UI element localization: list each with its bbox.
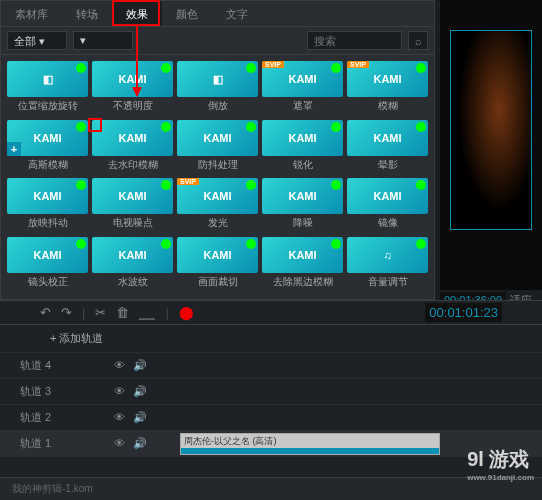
effect-thumb: KAMI+ (7, 120, 88, 156)
category-dropdown-2[interactable]: ▾ (73, 31, 133, 50)
status-dot (246, 180, 256, 190)
timeline-track[interactable]: 轨道 1👁🔊周杰伦-以父之名 (高清) (0, 431, 542, 457)
svip-badge: SVIP (262, 61, 284, 68)
effect-label: 去除黑边模糊 (262, 275, 343, 289)
search-button[interactable]: ⌕ (408, 31, 428, 50)
status-dot (161, 239, 171, 249)
effect-thumb: KAMI (262, 178, 343, 214)
slider-icon[interactable]: ⎯⎯ (139, 305, 155, 320)
effect-item[interactable]: KAMI锐化 (262, 120, 343, 175)
effect-thumb: KAMI (262, 120, 343, 156)
effect-label: 电视噪点 (92, 216, 173, 230)
effect-thumb: KAMI (7, 237, 88, 273)
status-dot (76, 63, 86, 73)
effect-thumb: KAMI (92, 120, 173, 156)
timeline-track[interactable]: 轨道 2👁🔊 (0, 405, 542, 431)
tab-transition[interactable]: 转场 (62, 1, 112, 26)
tab-color[interactable]: 颜色 (162, 1, 212, 26)
redo-icon[interactable]: ↷ (61, 305, 72, 320)
tab-library[interactable]: 素材库 (1, 1, 62, 26)
effect-item[interactable]: KAMI+高斯模糊 (7, 120, 88, 175)
tab-text[interactable]: 文字 (212, 1, 262, 26)
timecode-2: 00:01:01:23 (425, 303, 502, 322)
eye-icon[interactable]: 👁 (114, 359, 125, 372)
effect-item[interactable]: KAMI画面裁切 (177, 237, 258, 292)
effect-label: 遮罩 (262, 99, 343, 113)
effect-label: 高斯模糊 (7, 158, 88, 172)
speaker-icon[interactable]: 🔊 (133, 411, 147, 424)
effect-thumb: KAMI (347, 120, 428, 156)
status-dot (76, 239, 86, 249)
effect-thumb: ◧ (7, 61, 88, 97)
status-dot (161, 63, 171, 73)
project-filename: 我的神剪辑-1.kom (0, 477, 542, 500)
marker-icon[interactable]: ⬤ (179, 305, 194, 320)
effect-thumb: SVIPKAMI (347, 61, 428, 97)
timeline-track[interactable]: 轨道 3👁🔊 (0, 379, 542, 405)
status-dot (416, 63, 426, 73)
timeline-track[interactable]: 轨道 4👁🔊 (0, 353, 542, 379)
effect-item[interactable]: KAMI降噪 (262, 178, 343, 233)
effect-item[interactable]: KAMI去除黑边模糊 (262, 237, 343, 292)
eye-icon[interactable]: 👁 (114, 437, 125, 450)
track-name: 轨道 2 (0, 410, 80, 425)
effect-label: 水波纹 (92, 275, 173, 289)
track-lane[interactable] (180, 353, 542, 378)
effect-item[interactable]: ◧倒放 (177, 61, 258, 116)
status-dot (246, 63, 256, 73)
effect-item[interactable]: SVIPKAMI发光 (177, 178, 258, 233)
speaker-icon[interactable]: 🔊 (133, 359, 147, 372)
effect-thumb: KAMI (347, 178, 428, 214)
trash-icon[interactable]: 🗑 (116, 305, 129, 320)
effect-label: 锐化 (262, 158, 343, 172)
svip-badge: SVIP (177, 178, 199, 185)
undo-icon[interactable]: ↶ (40, 305, 51, 320)
effect-thumb: ◧ (177, 61, 258, 97)
status-dot (416, 239, 426, 249)
status-dot (161, 122, 171, 132)
effect-item[interactable]: SVIPKAMI遮罩 (262, 61, 343, 116)
effect-item[interactable]: KAMI镜头校正 (7, 237, 88, 292)
status-dot (246, 239, 256, 249)
effect-thumb: KAMI (262, 237, 343, 273)
timeline: ↶ ↷ | ✂ 🗑 ⎯⎯ | ⬤ 00:01:01:23 + 添加轨道 轨道 4… (0, 300, 542, 500)
add-icon[interactable]: + (7, 142, 21, 156)
effect-thumb: KAMI (92, 178, 173, 214)
status-dot (331, 239, 341, 249)
status-dot (416, 122, 426, 132)
annotation-box-tab (112, 0, 160, 26)
effect-item[interactable]: ◧位置缩放旋转 (7, 61, 88, 116)
annotation-box-plus (88, 118, 102, 132)
effect-thumb: ♫ (347, 237, 428, 273)
effect-item[interactable]: KAMI水波纹 (92, 237, 173, 292)
annotation-arrow (136, 26, 138, 96)
status-dot (416, 180, 426, 190)
effect-label: 发光 (177, 216, 258, 230)
effect-label: 模糊 (347, 99, 428, 113)
effect-item[interactable]: KAMI放映抖动 (7, 178, 88, 233)
effect-item[interactable]: ♫音量调节 (347, 237, 428, 292)
track-name: 轨道 3 (0, 384, 80, 399)
effect-item[interactable]: KAMI防抖处理 (177, 120, 258, 175)
search-input[interactable] (307, 31, 402, 50)
effect-item[interactable]: KAMI晕影 (347, 120, 428, 175)
timeline-clip[interactable]: 周杰伦-以父之名 (高清) (180, 433, 440, 455)
eye-icon[interactable]: 👁 (114, 385, 125, 398)
speaker-icon[interactable]: 🔊 (133, 385, 147, 398)
effect-thumb: KAMI (7, 178, 88, 214)
track-lane[interactable] (180, 405, 542, 430)
status-dot (161, 180, 171, 190)
effect-item[interactable]: KAMI镜像 (347, 178, 428, 233)
effect-label: 晕影 (347, 158, 428, 172)
eye-icon[interactable]: 👁 (114, 411, 125, 424)
effect-item[interactable]: SVIPKAMI模糊 (347, 61, 428, 116)
effect-thumb: SVIPKAMI (177, 178, 258, 214)
effect-item[interactable]: KAMI去水印模糊 (92, 120, 173, 175)
speaker-icon[interactable]: 🔊 (133, 437, 147, 450)
cut-icon[interactable]: ✂ (95, 305, 106, 320)
effect-label: 镜像 (347, 216, 428, 230)
add-track-button[interactable]: + 添加轨道 (0, 325, 542, 353)
category-dropdown[interactable]: 全部 ▾ (7, 31, 67, 50)
track-lane[interactable] (180, 379, 542, 404)
effect-item[interactable]: KAMI电视噪点 (92, 178, 173, 233)
